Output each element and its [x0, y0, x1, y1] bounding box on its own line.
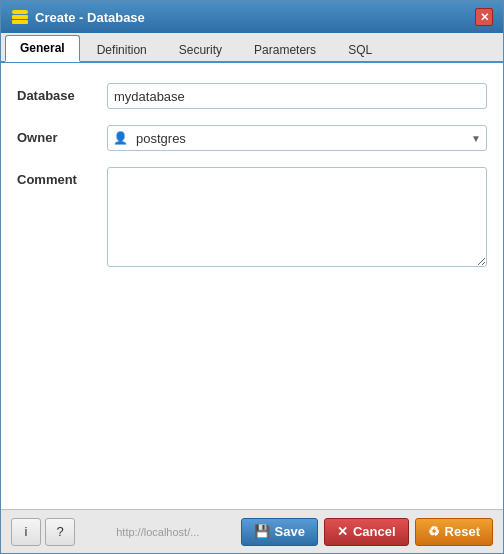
owner-select[interactable]: postgres	[107, 125, 487, 151]
url-display: http://localhost/...	[75, 526, 241, 538]
owner-select-wrapper: 👤 postgres ▼	[107, 125, 487, 151]
reset-button[interactable]: ♻ Reset	[415, 518, 493, 546]
database-icon	[11, 8, 29, 26]
title-bar: Create - Database ✕	[1, 1, 503, 33]
owner-label: Owner	[17, 125, 107, 145]
svg-rect-1	[12, 15, 28, 19]
database-control	[107, 83, 487, 109]
help-button[interactable]: ?	[45, 518, 75, 546]
info-icon: i	[25, 524, 28, 539]
comment-row: Comment	[17, 167, 487, 270]
save-label: Save	[275, 524, 305, 539]
cancel-label: Cancel	[353, 524, 396, 539]
close-button[interactable]: ✕	[475, 8, 493, 26]
tab-definition[interactable]: Definition	[82, 37, 162, 62]
tab-security[interactable]: Security	[164, 37, 237, 62]
cancel-icon: ✕	[337, 524, 348, 539]
save-button[interactable]: 💾 Save	[241, 518, 318, 546]
footer-right: 💾 Save ✕ Cancel ♻ Reset	[241, 518, 493, 546]
footer-bar: i ? http://localhost/... 💾 Save ✕ Cancel…	[1, 509, 503, 553]
comment-label: Comment	[17, 167, 107, 187]
window-title: Create - Database	[35, 10, 145, 25]
tab-parameters[interactable]: Parameters	[239, 37, 331, 62]
svg-rect-0	[12, 10, 28, 14]
info-button[interactable]: i	[11, 518, 41, 546]
comment-control	[107, 167, 487, 270]
owner-control: 👤 postgres ▼	[107, 125, 487, 151]
dialog-window: Create - Database ✕ General Definition S…	[0, 0, 504, 554]
help-icon: ?	[56, 524, 63, 539]
tab-general[interactable]: General	[5, 35, 80, 62]
title-bar-left: Create - Database	[11, 8, 145, 26]
svg-rect-2	[12, 20, 28, 24]
reset-label: Reset	[445, 524, 480, 539]
cancel-button[interactable]: ✕ Cancel	[324, 518, 409, 546]
owner-row: Owner 👤 postgres ▼	[17, 125, 487, 151]
comment-textarea[interactable]	[107, 167, 487, 267]
footer-left: i ?	[11, 518, 75, 546]
tabs-bar: General Definition Security Parameters S…	[1, 33, 503, 63]
database-input[interactable]	[107, 83, 487, 109]
form-content: Database Owner 👤 postgres ▼ Comment	[1, 63, 503, 509]
tab-sql[interactable]: SQL	[333, 37, 387, 62]
reset-icon: ♻	[428, 524, 440, 539]
save-icon: 💾	[254, 524, 270, 539]
database-row: Database	[17, 83, 487, 109]
database-label: Database	[17, 83, 107, 103]
